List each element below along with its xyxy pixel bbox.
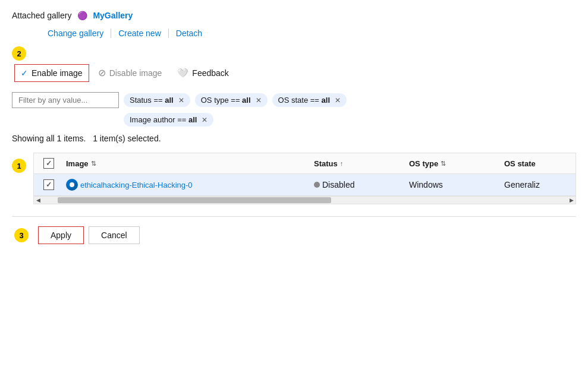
row-checkbox-col: ✓ [34,179,64,190]
feedback-label: Feedback [192,68,228,78]
change-gallery-link[interactable]: Change gallery [48,29,111,38]
gallery-icon: 🟣 [76,10,88,21]
table-header: ✓ Image ⇅ Status ↑ OS type ⇅ OS state [34,153,576,174]
showing-text: Showing all 1 items. [12,134,86,143]
row-status-col: Disabled [314,180,409,189]
enable-image-button[interactable]: ✓ Enable image [14,64,89,82]
image-col-header: Image ⇅ [64,159,314,168]
row-image-icon [66,179,78,191]
ostype-col-header: OS type ⇅ [409,159,504,168]
action-links: Change gallery Create new Detach [48,29,576,38]
create-new-link[interactable]: Create new [111,29,169,38]
image-sort-icon[interactable]: ⇅ [91,160,96,168]
disable-image-label: Disable image [109,68,162,78]
status-text: Showing all 1 items. 1 item(s) selected. [12,134,576,143]
check-icon: ✓ [21,68,28,78]
step3-badge: 3 [14,228,29,242]
row-checkmark: ✓ [46,181,52,189]
osstate-col-header: OS state [504,159,576,168]
horizontal-scrollbar[interactable]: ◀ ▶ [33,196,576,204]
row-osstate-text: Generaliz [504,180,540,189]
imageauthor-chip: Image author == all ✕ [124,113,213,127]
step2-badge: 2 [12,46,26,61]
row-status-text: Disabled [322,180,354,189]
status-dot [314,182,320,188]
scroll-left-arrow[interactable]: ◀ [34,196,42,204]
scroll-right-arrow[interactable]: ▶ [567,196,576,204]
status-chip-close[interactable]: ✕ [178,96,184,105]
status-col-label: Status [314,159,338,168]
osstate-chip: OS state == all ✕ [272,93,347,107]
select-all-checkbox[interactable]: ✓ [43,158,54,169]
osstate-chip-label: OS state == all [278,96,330,105]
status-sort-icon[interactable]: ↑ [340,160,344,167]
footer-divider [12,216,576,217]
apply-button[interactable]: Apply [38,226,84,244]
osstate-chip-close[interactable]: ✕ [335,96,341,105]
table-container: ✓ Image ⇅ Status ↑ OS type ⇅ OS state [33,153,576,196]
status-chip: Status == all ✕ [124,93,190,107]
imageauthor-chip-label: Image author == all [130,115,197,124]
row-osstate-col: Generaliz [504,180,576,189]
imageauthor-chip-close[interactable]: ✕ [202,116,207,124]
image-col-label: Image [66,159,89,168]
filter-input[interactable] [12,92,119,108]
enable-image-label: Enable image [32,68,83,78]
disable-image-button: ⊘ Disable image [92,63,169,83]
gallery-name[interactable]: MyGallery [93,11,133,20]
row-image-icon-inner [70,182,74,187]
row-ostype-col: Windows [409,180,504,189]
page-header: Attached gallery 🟣 MyGallery [12,10,576,21]
step2-row: 2 [12,46,576,61]
status-col-header: Status ↑ [314,159,409,168]
scroll-thumb[interactable] [58,197,331,203]
row-image-col: ethicalhacking-Ethical-Hacking-0 [64,179,314,191]
selected-text: 1 item(s) selected. [93,134,161,143]
ostype-chip: OS type == all ✕ [195,93,268,107]
step1-badge: 1 [12,159,26,173]
status-chip-label: Status == all [130,96,174,105]
osstate-col-label: OS state [504,159,536,168]
table-row: ✓ ethicalhacking-Ethical-Hacking-0 Disab… [34,174,576,196]
ostype-sort-icon[interactable]: ⇅ [441,160,446,168]
select-all-checkmark: ✓ [46,159,52,168]
feedback-button[interactable]: 🤍 Feedback [171,64,235,83]
row-checkbox[interactable]: ✓ [43,179,54,190]
header-checkbox-col: ✓ [34,158,64,169]
row-ostype-text: Windows [409,180,443,189]
ostype-col-label: OS type [409,159,438,168]
detach-link[interactable]: Detach [169,29,209,38]
filter-row2: Image author == all ✕ [12,113,576,127]
footer-row: Apply Cancel [36,226,140,244]
attached-gallery-label: Attached gallery [12,11,71,20]
toolbar: ✓ Enable image ⊘ Disable image 🤍 Feedbac… [12,63,576,83]
disabled-circle-icon: ⊘ [98,67,106,78]
ostype-chip-label: OS type == all [201,96,251,105]
row-image-link[interactable]: ethicalhacking-Ethical-Hacking-0 [80,181,193,189]
heart-icon: 🤍 [177,68,188,78]
cancel-button[interactable]: Cancel [89,226,140,244]
ostype-chip-close[interactable]: ✕ [256,96,262,105]
filter-row: Status == all ✕ OS type == all ✕ OS stat… [12,92,576,108]
